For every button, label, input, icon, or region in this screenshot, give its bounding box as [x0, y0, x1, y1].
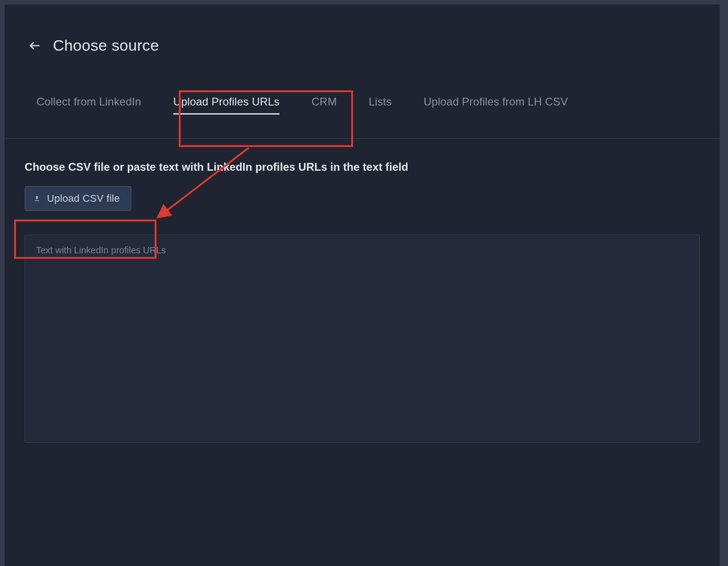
tabs-row: Collect from LinkedIn Upload Profiles UR…	[5, 77, 720, 139]
content-area: Choose CSV file or paste text with Linke…	[5, 139, 720, 466]
upload-csv-button[interactable]: Upload CSV file	[25, 186, 131, 211]
profiles-urls-textarea[interactable]	[25, 235, 700, 443]
page-title: Choose source	[53, 37, 159, 54]
page-header: Choose source	[5, 5, 720, 77]
tab-collect-from-linkedin[interactable]: Collect from LinkedIn	[36, 95, 141, 114]
textarea-wrapper	[25, 235, 700, 445]
tab-upload-profiles-urls[interactable]: Upload Profiles URLs	[173, 95, 280, 114]
tab-upload-profiles-from-lh-csv[interactable]: Upload Profiles from LH CSV	[424, 95, 568, 114]
tab-lists[interactable]: Lists	[369, 95, 391, 114]
tab-crm[interactable]: CRM	[312, 95, 337, 114]
back-arrow-icon[interactable]	[28, 39, 41, 52]
upload-icon	[33, 195, 41, 202]
upload-button-label: Upload CSV file	[47, 193, 120, 204]
instruction-text: Choose CSV file or paste text with Linke…	[25, 161, 700, 173]
